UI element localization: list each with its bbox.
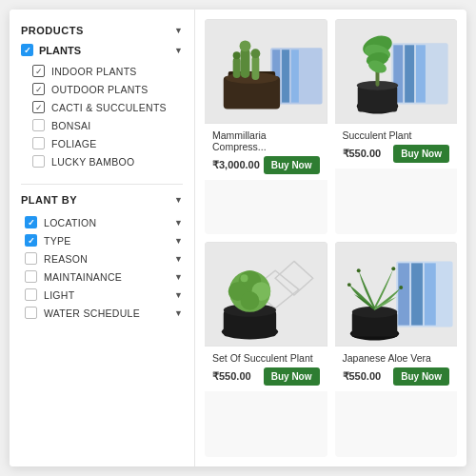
product-name-mammillaria: Mammillaria Compress... <box>212 129 320 152</box>
price-row-aloe: ₹550.00 Buy Now <box>343 367 450 386</box>
plants-label-group: PLANTS <box>21 44 81 56</box>
plant-by-title-row[interactable]: PLANT BY ▼ <box>21 194 183 206</box>
buy-now-set-succulent[interactable]: Buy Now <box>264 367 320 386</box>
filter-item-water[interactable]: WATER SCHEDULE ▼ <box>21 304 183 322</box>
product-grid: Mammillaria Compress... ₹3,000.00 Buy No… <box>195 10 466 466</box>
indoor-checkbox[interactable] <box>32 65 45 77</box>
buy-now-aloe[interactable]: Buy Now <box>393 367 449 386</box>
water-checkbox[interactable] <box>25 307 37 319</box>
light-chevron[interactable]: ▼ <box>174 290 183 300</box>
svg-rect-3 <box>282 50 289 102</box>
svg-rect-43 <box>424 263 435 325</box>
divider <box>21 184 183 185</box>
buy-now-mammillaria[interactable]: Buy Now <box>264 156 320 174</box>
plants-group-header[interactable]: PLANTS ▼ <box>21 44 183 56</box>
product-name-succulent: Succulent Plant <box>343 129 450 141</box>
location-label: LOCATION <box>44 217 96 228</box>
aloe-svg <box>335 242 458 347</box>
product-image-set-succulent <box>205 242 327 347</box>
price-row-mammillaria: ₹3,000.00 Buy Now <box>212 156 320 174</box>
svg-point-50 <box>399 286 403 289</box>
plant-by-chevron[interactable]: ▼ <box>174 195 183 205</box>
foliage-label: FOLIAGE <box>51 138 97 149</box>
product-card-succulent: Succulent Plant ₹550.00 Buy Now <box>335 19 458 234</box>
product-card-set-succulent: Set Of Succulent Plant ₹550.00 Buy Now <box>205 242 327 457</box>
plants-chevron[interactable]: ▼ <box>174 46 183 55</box>
main-container: PRODUCTS ▼ PLANTS ▼ INDOOR PLANTS <box>10 10 466 466</box>
svg-rect-4 <box>291 50 299 102</box>
svg-point-13 <box>233 51 241 59</box>
reason-chevron[interactable]: ▼ <box>174 254 183 264</box>
filter-item-light[interactable]: LIGHT ▼ <box>21 286 183 304</box>
svg-rect-41 <box>398 263 409 325</box>
products-title-row[interactable]: PRODUCTS ▼ <box>21 25 183 36</box>
sidebar: PRODUCTS ▼ PLANTS ▼ INDOOR PLANTS <box>10 10 195 466</box>
cacti-checkbox[interactable] <box>32 101 45 113</box>
filter-section-plant-by: PLANT BY ▼ LOCATION ▼ TYPE ▼ <box>21 194 183 322</box>
product-image-mammillaria <box>205 19 327 124</box>
maintainance-checkbox[interactable] <box>25 270 37 283</box>
light-label: LIGHT <box>44 289 74 301</box>
filter-item-indoor[interactable]: INDOOR PLANTS <box>29 62 183 80</box>
filter-item-maintainance[interactable]: MAINTAINANCE ▼ <box>21 268 183 286</box>
products-chevron[interactable]: ▼ <box>174 26 183 35</box>
svg-rect-8 <box>241 48 250 78</box>
water-chevron[interactable]: ▼ <box>174 308 183 318</box>
filter-item-bamboo[interactable]: LUCKY BAMBOO <box>29 152 183 170</box>
light-checkbox[interactable] <box>25 288 37 301</box>
type-checkbox[interactable] <box>25 234 37 247</box>
product-info-mammillaria: Mammillaria Compress... ₹3,000.00 Buy No… <box>205 124 327 180</box>
svg-point-12 <box>250 49 260 58</box>
type-label: TYPE <box>44 235 71 247</box>
indoor-label: INDOOR PLANTS <box>51 66 137 77</box>
filter-item-location[interactable]: LOCATION ▼ <box>21 213 183 231</box>
plants-label: PLANTS <box>39 45 81 56</box>
filter-item-outdoor[interactable]: OUTDOOR PLANTS <box>29 80 183 98</box>
location-chevron[interactable]: ▼ <box>174 218 183 228</box>
water-label: WATER SCHEDULE <box>44 307 140 319</box>
foliage-checkbox[interactable] <box>32 137 45 149</box>
bonsai-checkbox[interactable] <box>32 119 45 131</box>
product-name-aloe: Japanese Aloe Vera <box>343 352 450 364</box>
outdoor-label: OUTDOOR PLANTS <box>51 84 149 95</box>
mammillaria-svg <box>205 19 327 124</box>
svg-point-47 <box>356 268 360 272</box>
svg-point-38 <box>241 274 248 282</box>
type-chevron[interactable]: ▼ <box>174 236 183 246</box>
svg-rect-42 <box>411 263 423 325</box>
reason-checkbox[interactable] <box>25 252 37 265</box>
buy-now-succulent[interactable]: Buy Now <box>393 145 449 163</box>
plants-checkbox[interactable] <box>21 44 33 56</box>
svg-point-49 <box>347 283 350 287</box>
filter-item-type[interactable]: TYPE ▼ <box>21 231 183 249</box>
product-info-succulent: Succulent Plant ₹550.00 Buy Now <box>335 124 458 169</box>
product-price-aloe: ₹550.00 <box>343 370 382 383</box>
filter-section-products: PRODUCTS ▼ PLANTS ▼ INDOOR PLANTS <box>21 25 183 170</box>
filter-item-bonsai[interactable]: BONSAI <box>29 116 183 134</box>
product-info-aloe: Japanese Aloe Vera ₹550.00 Buy Now <box>335 347 458 391</box>
maintainance-chevron[interactable]: ▼ <box>174 272 183 282</box>
svg-rect-10 <box>233 57 241 78</box>
svg-rect-18 <box>416 45 426 102</box>
product-price-set-succulent: ₹550.00 <box>212 370 251 383</box>
product-image-aloe <box>335 242 458 347</box>
bonsai-label: BONSAI <box>51 120 90 131</box>
product-card-mammillaria: Mammillaria Compress... ₹3,000.00 Buy No… <box>205 19 327 234</box>
product-price-mammillaria: ₹3,000.00 <box>212 159 260 171</box>
plants-sub-items: INDOOR PLANTS OUTDOOR PLANTS CACTI & SUC… <box>21 62 183 170</box>
product-info-set-succulent: Set Of Succulent Plant ₹550.00 Buy Now <box>205 347 327 391</box>
price-row-set-succulent: ₹550.00 Buy Now <box>212 367 320 386</box>
filter-item-reason[interactable]: REASON ▼ <box>21 249 183 268</box>
succulent-svg <box>335 19 458 124</box>
svg-point-37 <box>241 291 260 310</box>
outdoor-checkbox[interactable] <box>32 83 45 95</box>
filter-item-cacti[interactable]: CACTI & SUCCULENTS <box>29 98 183 116</box>
bamboo-checkbox[interactable] <box>32 155 45 168</box>
reason-label: REASON <box>44 253 88 265</box>
cacti-label: CACTI & SUCCULENTS <box>51 102 167 113</box>
location-checkbox[interactable] <box>25 216 37 228</box>
products-title: PRODUCTS <box>21 25 84 36</box>
filter-item-foliage[interactable]: FOLIAGE <box>29 134 183 152</box>
svg-point-11 <box>240 40 251 51</box>
product-price-succulent: ₹550.00 <box>343 148 382 160</box>
